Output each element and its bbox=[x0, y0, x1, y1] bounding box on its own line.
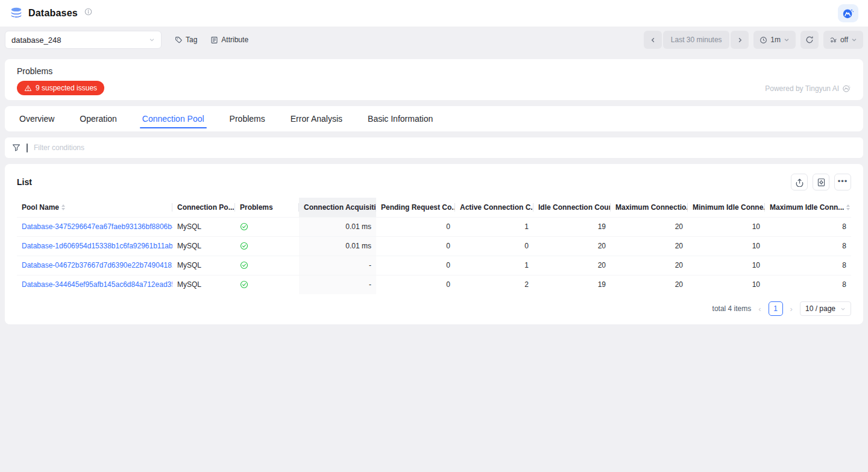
refresh-interval-select[interactable]: 1m bbox=[753, 31, 796, 49]
suspected-issues-label: 9 suspected issues bbox=[36, 84, 97, 92]
compare-select[interactable]: off bbox=[823, 31, 863, 49]
pagination-prev-button[interactable]: ‹ bbox=[757, 304, 762, 313]
tab-overview[interactable]: Overview bbox=[19, 106, 54, 131]
idle-cell: 19 bbox=[533, 217, 611, 236]
brand: Databases bbox=[10, 7, 92, 20]
col-header-problems[interactable]: Problems bbox=[235, 198, 299, 217]
filter-funnel-icon[interactable] bbox=[12, 143, 20, 152]
database-select[interactable]: database_248 bbox=[5, 31, 162, 49]
pagination-page-1[interactable]: 1 bbox=[769, 301, 783, 316]
problems-status-cell bbox=[235, 275, 299, 294]
col-header-idle-connection-count[interactable]: Idle Connection Count bbox=[533, 198, 611, 217]
filter-divider bbox=[27, 143, 28, 153]
chevron-down-icon bbox=[784, 37, 790, 43]
export-button[interactable] bbox=[791, 174, 808, 190]
col-header-minimum-idle-connection[interactable]: Minimum Idle Conne... bbox=[688, 198, 765, 217]
attribute-icon bbox=[210, 36, 218, 44]
clock-icon bbox=[760, 36, 767, 44]
warning-icon bbox=[24, 84, 32, 92]
col-header-pool-name[interactable]: Pool Name bbox=[17, 198, 172, 217]
compare-label: off bbox=[840, 36, 848, 44]
tag-icon bbox=[175, 36, 183, 44]
tab-basic-information[interactable]: Basic Information bbox=[368, 106, 433, 131]
max-idle-cell: 8 bbox=[765, 256, 851, 275]
pool-name-link[interactable]: Database-1d606954d15338b1c6fa92961b11ab5… bbox=[22, 242, 172, 250]
status-ok-icon bbox=[240, 261, 294, 269]
tag-label: Tag bbox=[186, 36, 197, 44]
table-row: Database-344645ef95afb145ac6d84a712ead35… bbox=[17, 275, 851, 294]
export-icon bbox=[795, 178, 804, 187]
pagination-total: total 4 items bbox=[712, 304, 752, 313]
problems-card: Problems 9 suspected issues Powered by T… bbox=[5, 59, 863, 100]
tab-connection-pool[interactable]: Connection Pool bbox=[142, 106, 204, 131]
tabs-bar: Overview Operation Connection Pool Probl… bbox=[5, 106, 863, 131]
tab-problems[interactable]: Problems bbox=[230, 106, 265, 131]
active-cell: 1 bbox=[455, 256, 533, 275]
pending-cell: 0 bbox=[376, 217, 455, 236]
max-connection-cell: 20 bbox=[611, 236, 688, 256]
time-range-next-button[interactable] bbox=[731, 31, 749, 49]
pool-name-link[interactable]: Database-04672b37667d7d6390e22b749041829… bbox=[22, 261, 172, 269]
table-row: Database-1d606954d15338b1c6fa92961b11ab5… bbox=[17, 236, 851, 256]
problems-status-cell bbox=[235, 217, 299, 236]
min-idle-cell: 10 bbox=[688, 236, 765, 256]
active-cell: 2 bbox=[455, 275, 533, 294]
more-button[interactable]: ••• bbox=[834, 174, 851, 190]
pool-name-link[interactable]: Database-3475296647ea67faeb93136bf8806b4… bbox=[22, 222, 172, 231]
time-range-prev-button[interactable] bbox=[644, 31, 662, 49]
pagination-next-button[interactable]: › bbox=[789, 304, 794, 313]
pending-cell: 0 bbox=[376, 275, 455, 294]
table-row: Database-04672b37667d7d6390e22b749041829… bbox=[17, 256, 851, 275]
pool-type-cell: MySQL bbox=[172, 256, 235, 275]
col-header-maximum-idle-connection[interactable]: Maximum Idle Conn... bbox=[765, 198, 851, 217]
pool-name-link[interactable]: Database-344645ef95afb145ac6d84a712ead35… bbox=[22, 280, 172, 289]
powered-by-label: Powered by Tingyun AI bbox=[765, 84, 839, 93]
ai-assistant-button[interactable] bbox=[838, 4, 858, 22]
active-cell: 0 bbox=[455, 236, 533, 256]
tab-error-analysis[interactable]: Error Analysis bbox=[291, 106, 342, 131]
status-ok-icon bbox=[240, 242, 294, 250]
col-header-connection-pool-type[interactable]: Connection Po... bbox=[172, 198, 235, 217]
col-header-active-connection-count[interactable]: Active Connection C... bbox=[455, 198, 533, 217]
database-select-value: database_248 bbox=[11, 36, 61, 45]
refresh-button[interactable] bbox=[800, 31, 819, 49]
pending-cell: 0 bbox=[376, 256, 455, 275]
page-size-select[interactable]: 10 / page bbox=[800, 301, 851, 316]
suspected-issues-badge[interactable]: 9 suspected issues bbox=[17, 81, 104, 95]
toolbar: database_248 Tag Attribute bbox=[0, 27, 868, 53]
col-header-pending-request-count[interactable]: Pending Request Co... bbox=[376, 198, 455, 217]
col-header-connection-acquisition[interactable]: Connection Acquisiti... bbox=[299, 198, 376, 217]
max-connection-cell: 20 bbox=[611, 275, 688, 294]
acquisition-cell: - bbox=[299, 256, 376, 275]
idle-cell: 20 bbox=[533, 256, 611, 275]
idle-cell: 19 bbox=[533, 275, 611, 294]
problems-status-cell bbox=[235, 236, 299, 256]
column-settings-button[interactable] bbox=[813, 174, 829, 190]
problems-title: Problems bbox=[17, 66, 851, 76]
pool-type-cell: MySQL bbox=[172, 217, 235, 236]
time-range-button[interactable]: Last 30 minutes bbox=[663, 31, 729, 49]
attribute-button[interactable]: Attribute bbox=[210, 36, 248, 44]
acquisition-cell: - bbox=[299, 275, 376, 294]
tag-button[interactable]: Tag bbox=[175, 36, 197, 44]
info-icon[interactable] bbox=[84, 8, 92, 16]
filter-conditions-input[interactable] bbox=[34, 143, 856, 152]
pool-table: Pool Name Connection Po... Problems Conn… bbox=[17, 198, 851, 294]
tab-operation[interactable]: Operation bbox=[80, 106, 116, 131]
compare-icon bbox=[829, 36, 837, 44]
page-title: Databases bbox=[28, 8, 78, 19]
col-header-maximum-connection[interactable]: Maximum Connectio... bbox=[611, 198, 688, 217]
chevron-down-icon bbox=[149, 37, 155, 43]
list-card: List bbox=[5, 164, 863, 324]
gear-icon bbox=[817, 178, 826, 187]
tingyun-ai-gray-icon bbox=[842, 84, 851, 93]
min-idle-cell: 10 bbox=[688, 256, 765, 275]
more-icon: ••• bbox=[838, 177, 848, 186]
database-logo-icon bbox=[10, 7, 23, 20]
filter-bar bbox=[5, 137, 863, 158]
acquisition-cell: 0.01 ms bbox=[299, 217, 376, 236]
chevron-down-icon bbox=[851, 37, 857, 43]
pool-type-cell: MySQL bbox=[172, 275, 235, 294]
pagination: total 4 items ‹ 1 › 10 / page bbox=[17, 301, 851, 316]
active-cell: 1 bbox=[455, 217, 533, 236]
